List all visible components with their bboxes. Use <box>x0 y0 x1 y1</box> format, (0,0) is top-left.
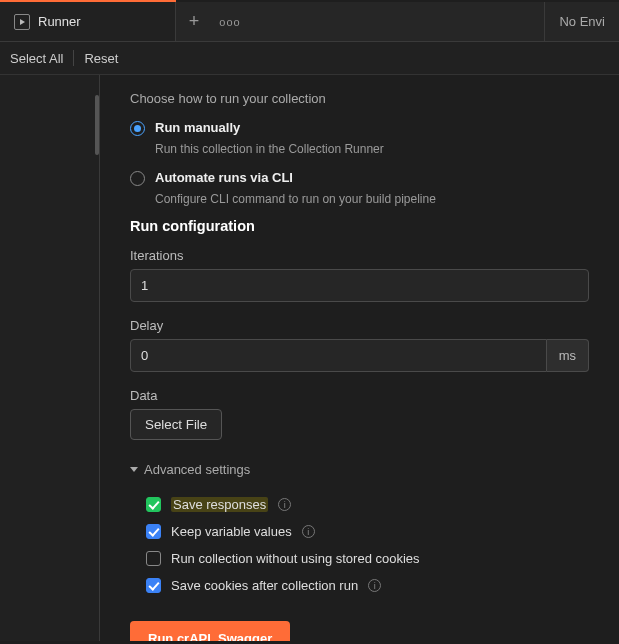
dots-icon: ooo <box>219 16 240 28</box>
run-collection-button[interactable]: Run crAPI_Swagger <box>130 621 290 641</box>
iterations-label: Iterations <box>130 248 589 263</box>
play-icon <box>14 14 30 30</box>
checkbox-label: Save cookies after collection run <box>171 578 358 593</box>
info-icon[interactable]: i <box>368 579 381 592</box>
checkbox-save-cookies[interactable]: Save cookies after collection run i <box>130 572 589 599</box>
delay-label: Delay <box>130 318 589 333</box>
info-icon[interactable]: i <box>302 525 315 538</box>
left-rail <box>0 75 100 641</box>
environment-label: No Envi <box>559 14 605 29</box>
intro-text: Choose how to run your collection <box>130 91 589 106</box>
checkbox-icon <box>146 578 161 593</box>
delay-unit: ms <box>547 339 589 372</box>
divider <box>73 50 74 66</box>
tab-runner[interactable]: Runner <box>0 2 176 41</box>
radio-label: Run manually <box>155 120 240 135</box>
run-mode-cli[interactable]: Automate runs via CLI <box>130 168 589 188</box>
checkbox-icon <box>146 497 161 512</box>
radio-label: Automate runs via CLI <box>155 170 293 185</box>
delay-input[interactable] <box>130 339 547 372</box>
iterations-input[interactable] <box>130 269 589 302</box>
plus-icon: + <box>189 11 200 32</box>
chevron-down-icon <box>130 467 138 472</box>
advanced-label: Advanced settings <box>144 462 250 477</box>
tab-bar: Runner + ooo No Envi <box>0 2 619 42</box>
info-icon[interactable]: i <box>278 498 291 511</box>
radio-icon <box>130 171 145 186</box>
checkbox-icon <box>146 524 161 539</box>
radio-description: Run this collection in the Collection Ru… <box>155 142 589 156</box>
select-all-button[interactable]: Select All <box>10 51 63 66</box>
checkbox-save-responses[interactable]: Save responses i <box>130 491 589 518</box>
more-tabs-button[interactable]: ooo <box>212 2 248 41</box>
radio-description: Configure CLI command to run on your bui… <box>155 192 589 206</box>
checkbox-no-cookies[interactable]: Run collection without using stored cook… <box>130 545 589 572</box>
reset-button[interactable]: Reset <box>84 51 118 66</box>
new-tab-button[interactable]: + <box>176 2 212 41</box>
data-label: Data <box>130 388 589 403</box>
advanced-settings-toggle[interactable]: Advanced settings <box>130 462 589 477</box>
run-mode-manual[interactable]: Run manually <box>130 118 589 138</box>
tab-label: Runner <box>38 14 81 29</box>
checkbox-label: Save responses <box>171 497 268 512</box>
environment-selector[interactable]: No Envi <box>544 2 619 41</box>
select-file-button[interactable]: Select File <box>130 409 222 440</box>
action-toolbar: Select All Reset <box>0 42 619 75</box>
main-panel: Choose how to run your collection Run ma… <box>100 75 619 641</box>
radio-icon <box>130 121 145 136</box>
resize-handle[interactable] <box>95 95 99 155</box>
checkbox-label: Run collection without using stored cook… <box>171 551 420 566</box>
config-heading: Run configuration <box>130 218 589 234</box>
checkbox-icon <box>146 551 161 566</box>
checkbox-label: Keep variable values <box>171 524 292 539</box>
checkbox-keep-variables[interactable]: Keep variable values i <box>130 518 589 545</box>
